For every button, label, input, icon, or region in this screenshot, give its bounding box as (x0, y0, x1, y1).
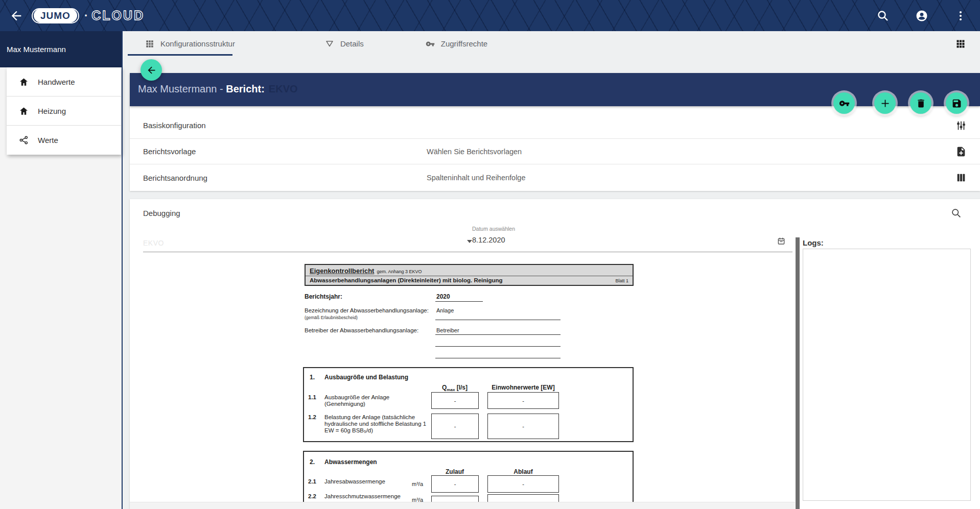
tab-label: Zugriffsrechte (441, 39, 487, 48)
value-box: - (431, 414, 479, 439)
select-placeholder: EKVO (143, 239, 164, 247)
row-label: Ausbaugröße der Anlage (Genehmigung) (324, 394, 419, 407)
sidebar-menu: Handwerte Heizung Werte (7, 67, 121, 155)
row-unit: m³/a (412, 481, 423, 487)
trash-icon (916, 98, 926, 109)
report-header-row1: Eigenkontrollberichtgem. Anhang 3 EKVO (306, 265, 633, 276)
section-title: Abwassermengen (324, 458, 377, 466)
col-header-einwohnerwerte: Einwohnerwerte [EW] (492, 384, 554, 391)
sidebar-divider (122, 31, 123, 509)
logs-label: Logs: (803, 238, 824, 247)
col-header-ablauf: Ablauf (514, 468, 532, 475)
row-berichtsanordnung[interactable]: Berichtsanordnung Spalteninhalt und Reih… (130, 164, 980, 191)
sidebar-user-name: Max Mustermann (7, 45, 66, 54)
report-section-1: 1. Ausbaugröße und Belastung Qmax [l/s] … (303, 367, 634, 442)
date-field-label: Datum auswählen (472, 226, 515, 232)
page-title-prefix: Max Mustermann - (138, 83, 226, 94)
row-label: Basiskonfiguration (143, 121, 427, 130)
tab-details[interactable]: Details (321, 31, 368, 56)
tab-label: Konfigurationsstruktur (160, 39, 235, 48)
operator-blank-line (435, 347, 561, 358)
report-type-select[interactable]: EKVO (143, 235, 475, 252)
row-basiskonfiguration[interactable]: Basiskonfiguration (130, 106, 980, 139)
report-header-row2: Abwasserbehandlungsanlagen (Direkteinlei… (306, 276, 633, 285)
report-plant-name-row: Bezeichnung der Abwasserbehandlungsanlag… (305, 307, 634, 320)
report-subtitle: Abwasserbehandlungsanlagen (Direkteinlei… (310, 277, 615, 283)
row-number: 1.2 (308, 414, 316, 420)
row-number: 2.1 (308, 478, 316, 484)
report-title: Eigenkontrollbericht (310, 267, 374, 275)
tune-icon[interactable] (955, 120, 967, 131)
home-icon (19, 77, 29, 87)
page-title-ghost: EKVO (269, 83, 298, 94)
row-number: 2.2 (308, 493, 316, 499)
funnel-icon (325, 39, 334, 49)
report-operator-row: Betreiber der Abwasserbehandlungsanlage:… (305, 327, 634, 335)
key-icon (839, 98, 850, 109)
sidebar-item-handwerte[interactable]: Handwerte (7, 67, 121, 96)
section-title: Ausbaugröße und Belastung (324, 374, 408, 381)
sidebar-item-label: Heizung (38, 107, 66, 115)
row-label: Jahresschmutzwassermenge (324, 493, 427, 500)
row-label: Jahresabwassermenge (324, 478, 422, 485)
date-field-value: 8.12.2020 (472, 236, 505, 244)
row-value: Spalteninhalt und Reihenfolge (427, 174, 955, 182)
report-sheet-number: Blatt 1 (615, 278, 628, 283)
share-icon (19, 135, 29, 145)
sidebar-user-header: Max Mustermann (0, 31, 122, 67)
tab-zugriffsrechte[interactable]: Zugriffsrechte (422, 31, 492, 56)
search-icon[interactable] (951, 208, 962, 219)
jumo-logo-pill: JUMO (32, 8, 79, 23)
permissions-button[interactable] (833, 92, 855, 114)
home-icon (19, 106, 29, 116)
note-add-icon[interactable] (955, 146, 967, 157)
calendar-icon[interactable] (777, 237, 785, 245)
value-box: - (431, 475, 479, 493)
sidebar-item-heizung[interactable]: Heizung (7, 96, 121, 126)
row-label: Berichtsanordnung (143, 174, 427, 182)
plus-icon (880, 98, 891, 109)
app-window: JUMO · CLOUD Konfigurationsstruktur (0, 0, 980, 509)
key-icon (426, 39, 435, 49)
account-icon[interactable] (916, 10, 928, 22)
plant-name-value: Anlage (435, 307, 561, 320)
page-title: Max Mustermann - Bericht:EKVO (138, 83, 298, 95)
horizontal-scrollbar-track[interactable] (130, 502, 795, 509)
value-box: - (431, 392, 479, 409)
active-tab-underline (128, 54, 232, 56)
col-header-qmax: Qmax [l/s] (442, 384, 468, 392)
sidebar-item-werte[interactable]: Werte (7, 126, 121, 155)
logs-output-box[interactable] (803, 249, 971, 501)
delete-button[interactable] (910, 92, 931, 114)
plant-name-label: Bezeichnung der Abwasserbehandlungsanlag… (305, 307, 435, 320)
operator-blank-line (435, 335, 561, 347)
add-button[interactable] (874, 92, 896, 114)
preview-scrollbar[interactable] (796, 237, 800, 509)
page-title-bold: Bericht: (226, 83, 265, 94)
debugging-title: Debugging (143, 209, 180, 217)
year-label: Berichtsjahr: (305, 293, 435, 302)
apps-grid-icon[interactable] (955, 39, 966, 49)
more-vert-icon[interactable] (954, 10, 967, 22)
tab-konfigurationsstruktur[interactable]: Konfigurationsstruktur (141, 31, 239, 56)
plant-name-note: (gemäß Erlaubnisbescheid) (305, 315, 435, 320)
back-arrow-icon (146, 65, 157, 76)
back-arrow-icon[interactable] (9, 9, 24, 23)
value-box: - (487, 475, 559, 493)
back-button[interactable] (141, 59, 162, 81)
save-button[interactable] (946, 92, 967, 114)
report-year-row: Berichtsjahr: 2020 (305, 293, 634, 302)
search-icon[interactable] (877, 10, 889, 22)
operator-value: Betreiber (435, 327, 561, 335)
date-picker-field[interactable]: Datum auswählen 8.12.2020 (470, 228, 792, 252)
debugging-card: Debugging EKVO Datum auswählen 8.12.2020… (130, 199, 980, 509)
row-label: Berichtsvorlage (143, 147, 427, 156)
report-preview: Eigenkontrollberichtgem. Anhang 3 EKVO A… (303, 264, 634, 508)
row-number: 1.1 (308, 394, 316, 400)
value-box: - (487, 414, 559, 439)
columns-icon[interactable] (955, 172, 967, 183)
row-label: Belastung der Anlage (tatsächliche hydra… (324, 414, 427, 434)
row-berichtsvorlage[interactable]: Berichtsvorlage Wählen Sie Berichtsvorla… (130, 139, 980, 164)
row-value: Wählen Sie Berichtsvorlagen (427, 148, 955, 156)
jumo-cloud-logo[interactable]: JUMO · CLOUD (32, 8, 145, 23)
